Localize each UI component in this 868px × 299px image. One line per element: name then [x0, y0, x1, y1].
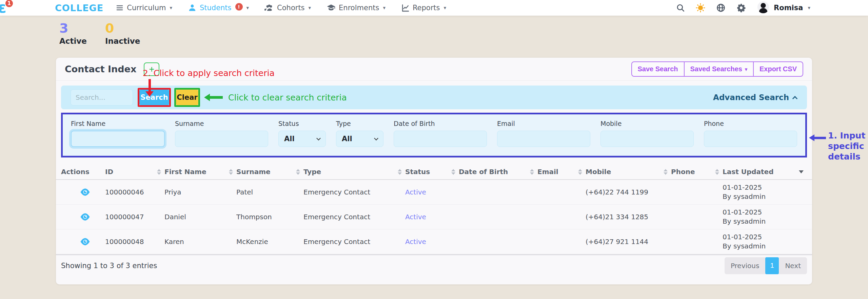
- column-header-first-name[interactable]: First Name: [164, 168, 236, 176]
- cell-first-name: Priya: [164, 188, 236, 196]
- cell-mobile: (+64)21 334 1285: [586, 213, 671, 221]
- view-row-button[interactable]: [80, 212, 90, 221]
- annotation-input-text: 1. Input specific details: [828, 130, 865, 162]
- active-label: Active: [59, 37, 87, 45]
- navbar: ε 1 COLLEGE Curriculum ▾ Students ! ▾: [0, 0, 868, 16]
- table-header: Actions ID First Name Surname Type Statu…: [56, 164, 812, 180]
- sort-icon: [229, 169, 233, 175]
- brand-logo[interactable]: COLLEGE: [55, 3, 103, 13]
- cell-last-updated: 01-01-2025 By sysadmin: [723, 183, 807, 201]
- email-input[interactable]: [497, 131, 590, 147]
- avatar: [757, 1, 770, 15]
- annotation-apply-text: 2. Click to apply search criteria: [143, 68, 275, 78]
- column-header-email[interactable]: Email: [537, 168, 586, 176]
- advanced-search-toggle[interactable]: Advanced Search: [713, 93, 797, 102]
- nav-item-students[interactable]: Students ! ▾: [188, 3, 249, 12]
- annotation-green-frame: Clear: [174, 88, 200, 107]
- column-header-status[interactable]: Status: [405, 168, 459, 176]
- field-mobile: Mobile: [600, 120, 694, 147]
- people-icon: [264, 3, 274, 12]
- sort-icon: [451, 169, 455, 175]
- settings-gear-icon[interactable]: [736, 3, 746, 13]
- sort-icon: [715, 169, 719, 175]
- chevron-down-icon: ▾: [745, 67, 747, 72]
- sort-icon: [664, 169, 668, 175]
- field-status: Status All: [278, 120, 326, 147]
- cell-last-updated: 01-01-2025 By sysadmin: [723, 232, 807, 251]
- cell-id: 100000048: [105, 238, 164, 246]
- inactive-stat: 0 Inactive: [105, 21, 140, 45]
- column-header-last-updated[interactable]: Last Updated: [723, 168, 807, 176]
- sort-icon: [296, 169, 300, 175]
- status-select[interactable]: All: [278, 131, 326, 147]
- table-row: 100000046 Priya Patel Emergency Contact …: [56, 180, 812, 205]
- entries-summary: Showing 1 to 3 of 3 entries: [61, 262, 157, 270]
- page-1-button[interactable]: 1: [765, 257, 779, 274]
- menu-icon: [116, 4, 124, 12]
- status-badge: Active: [405, 238, 459, 246]
- saved-searches-button[interactable]: Saved Searches▾: [684, 61, 754, 77]
- mobile-input[interactable]: [600, 131, 694, 147]
- sort-icon: [398, 169, 402, 175]
- column-header-date-of-birth[interactable]: Date of Birth: [459, 168, 537, 176]
- field-first-name: First Name: [71, 120, 165, 147]
- cell-mobile: (+64)27 921 1144: [586, 238, 671, 246]
- cell-type: Emergency Contact: [303, 188, 405, 196]
- column-header-type[interactable]: Type: [303, 168, 405, 176]
- cell-mobile: (+64)22 744 1199: [586, 188, 671, 196]
- table-row: 100000048 Karen McKenzie Emergency Conta…: [56, 229, 812, 254]
- surname-input[interactable]: [175, 131, 268, 147]
- save-search-button[interactable]: Save Search: [631, 61, 685, 77]
- cell-last-updated: 01-01-2025 By sysadmin: [723, 208, 807, 226]
- language-globe-icon[interactable]: [716, 3, 726, 13]
- nav-item-curriculum[interactable]: Curriculum ▾: [116, 4, 172, 12]
- sort-icon: [157, 169, 161, 175]
- cell-surname: Patel: [236, 188, 303, 196]
- column-header-id[interactable]: ID: [105, 168, 164, 176]
- chevron-down-icon: [316, 136, 321, 141]
- students-alert-badge: !: [235, 3, 243, 11]
- nav-item-cohorts[interactable]: Cohorts ▾: [264, 3, 311, 12]
- next-page-button[interactable]: Next: [779, 258, 807, 273]
- nav-item-label: Enrolments: [339, 4, 379, 12]
- nav-item-label: Reports: [413, 4, 440, 12]
- nav-item-enrolments[interactable]: Enrolments ▾: [327, 3, 386, 12]
- search-input[interactable]: [71, 89, 133, 106]
- table-footer: Showing 1 to 3 of 3 entries Previous 1 N…: [56, 254, 812, 276]
- cell-surname: McKenzie: [236, 238, 303, 246]
- pagination: Previous 1 Next: [725, 257, 807, 274]
- type-select[interactable]: All: [336, 131, 383, 147]
- column-header-surname[interactable]: Surname: [236, 168, 303, 176]
- column-header-mobile[interactable]: Mobile: [586, 168, 671, 176]
- user-menu[interactable]: Romisa ▾: [757, 1, 810, 15]
- previous-page-button[interactable]: Previous: [725, 258, 766, 273]
- date-of-birth-input[interactable]: [394, 131, 487, 147]
- theme-sun-icon[interactable]: [696, 3, 705, 13]
- annotation-red-arrow: [145, 79, 154, 97]
- search-button[interactable]: Search: [139, 90, 169, 105]
- field-surname: Surname: [175, 120, 268, 147]
- search-icon[interactable]: [676, 3, 685, 12]
- view-row-button[interactable]: [80, 188, 90, 197]
- sort-icon: [578, 169, 582, 175]
- annotation-clear-text: Click to clear search criteria: [228, 93, 347, 102]
- annotation-red-frame: Search: [138, 88, 171, 107]
- view-row-button[interactable]: [80, 237, 90, 246]
- clear-button[interactable]: Clear: [176, 90, 198, 105]
- chevron-down-icon: ▾: [246, 5, 249, 11]
- phone-input[interactable]: [704, 131, 797, 147]
- export-csv-button[interactable]: Export CSV: [753, 61, 803, 77]
- corner-logo[interactable]: ε 1: [0, 0, 6, 15]
- nav-item-reports[interactable]: Reports ▾: [401, 4, 446, 12]
- chevron-down-icon: [374, 136, 378, 141]
- chevron-down-icon: ▾: [383, 5, 386, 11]
- first-name-input[interactable]: [71, 131, 165, 147]
- table-row: 100000047 Daniel Thompson Emergency Cont…: [56, 205, 812, 229]
- chevron-down-icon: ▾: [309, 5, 311, 11]
- status-summary: 3 Active 0 Inactive: [59, 21, 140, 45]
- inactive-count: 0: [105, 21, 140, 35]
- status-badge: Active: [405, 188, 459, 196]
- grad-cap-icon: [327, 3, 336, 12]
- column-header-phone[interactable]: Phone: [671, 168, 723, 176]
- person-icon: [188, 3, 197, 12]
